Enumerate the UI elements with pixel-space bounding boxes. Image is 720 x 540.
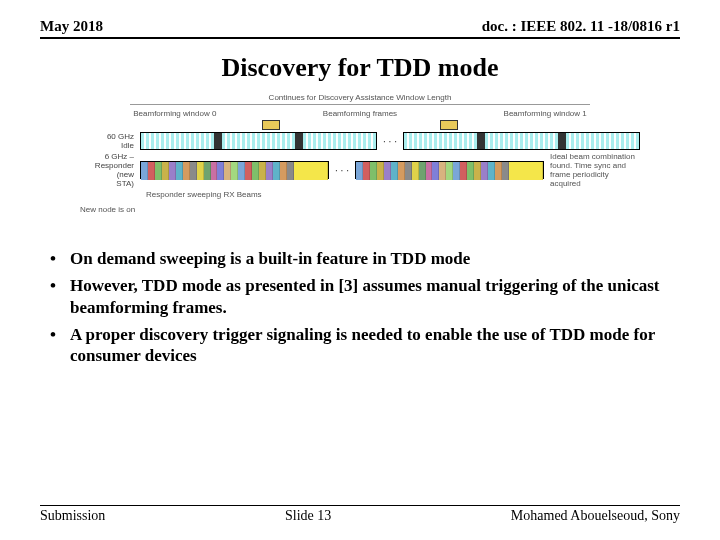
bullet-item: •A proper discovery trigger signaling is… xyxy=(50,324,670,367)
ideal-beam-note: Ideal beam combination found. Time sync … xyxy=(550,152,640,188)
color-segment xyxy=(141,162,148,180)
win0-label: Beamforming window 0 xyxy=(133,109,216,118)
color-segment xyxy=(426,162,433,180)
color-segment xyxy=(273,162,280,180)
color-segment xyxy=(204,162,211,180)
header-rule xyxy=(40,37,680,39)
color-segment xyxy=(412,162,419,180)
slide-header: May 2018 doc. : IEEE 802. 11 -18/0816 r1 xyxy=(40,18,680,37)
footer-left: Submission xyxy=(40,508,105,524)
bf-frame-box xyxy=(440,120,458,130)
color-segment-tail xyxy=(294,162,328,180)
diagram-top-span-label: Continues for Discovery Assistance Windo… xyxy=(80,93,640,102)
bullet-text: A proper discovery trigger signaling is … xyxy=(70,324,670,367)
color-segment xyxy=(245,162,252,180)
win1-label: Beamforming window 1 xyxy=(504,109,587,118)
bullet-item: •However, TDD mode as presented in [3] a… xyxy=(50,275,670,318)
color-segment xyxy=(391,162,398,180)
channel-60ghz: 60 GHz Idle · · · xyxy=(80,132,640,150)
color-segment xyxy=(481,162,488,180)
color-segment xyxy=(148,162,155,180)
color-segment xyxy=(377,162,384,180)
color-segment xyxy=(363,162,370,180)
bar-60ghz-a xyxy=(140,132,377,150)
channel-60ghz-label: 60 GHz Idle xyxy=(80,132,140,150)
bf-frame-box xyxy=(262,120,280,130)
footer-center: Slide 13 xyxy=(285,508,331,524)
color-segment xyxy=(453,162,460,180)
color-segment xyxy=(405,162,412,180)
color-segment xyxy=(224,162,231,180)
color-segment xyxy=(474,162,481,180)
color-segment xyxy=(266,162,273,180)
diagram-top-span-line xyxy=(130,104,590,105)
ellipsis: · · · xyxy=(377,136,403,147)
header-date: May 2018 xyxy=(40,18,103,35)
bf-frames-label: Beamforming frames xyxy=(323,109,397,118)
color-segment xyxy=(211,162,218,180)
color-segment xyxy=(252,162,259,180)
bullet-list: •On demand sweeping is a built-in featur… xyxy=(50,248,670,366)
slide-title: Discovery for TDD mode xyxy=(40,53,680,83)
color-segment xyxy=(190,162,197,180)
color-segment xyxy=(259,162,266,180)
color-segment xyxy=(398,162,405,180)
ellipsis: · · · xyxy=(329,165,355,176)
color-segment xyxy=(502,162,509,180)
bar-6ghz-a xyxy=(140,161,329,179)
bf-frames-row xyxy=(80,120,640,130)
color-segment xyxy=(384,162,391,180)
diagram-window-labels: Beamforming window 0 Beamforming frames … xyxy=(80,109,640,118)
color-segment xyxy=(467,162,474,180)
color-segment xyxy=(183,162,190,180)
color-segment xyxy=(370,162,377,180)
bullet-text: However, TDD mode as presented in [3] as… xyxy=(70,275,670,318)
bar-6ghz-b xyxy=(355,161,544,179)
footer-right: Mohamed Abouelseoud, Sony xyxy=(511,508,680,524)
timing-diagram: Continues for Discovery Assistance Windo… xyxy=(80,93,640,214)
color-segment xyxy=(238,162,245,180)
color-segment xyxy=(169,162,176,180)
color-segment xyxy=(280,162,287,180)
header-docnum: doc. : IEEE 802. 11 -18/0816 r1 xyxy=(482,18,680,35)
slide-footer: Submission Slide 13 Mohamed Abouelseoud,… xyxy=(40,505,680,525)
color-segment xyxy=(287,162,294,180)
bar-60ghz-b xyxy=(403,132,640,150)
color-segment xyxy=(460,162,467,180)
color-segment xyxy=(197,162,204,180)
color-segment xyxy=(217,162,224,180)
footer-rule xyxy=(40,505,680,507)
channel-6ghz: 6 GHz – Responder (new STA) · · · Ideal … xyxy=(80,152,640,188)
color-segment xyxy=(488,162,495,180)
color-segment xyxy=(356,162,363,180)
color-segment xyxy=(432,162,439,180)
color-segment xyxy=(155,162,162,180)
rx-sweep-label: Responder sweeping RX Beams xyxy=(146,190,262,199)
rx-sweep-row: Responder sweeping RX Beams xyxy=(80,190,640,199)
channel-6ghz-label: 6 GHz – Responder (new STA) xyxy=(80,152,140,188)
color-segment xyxy=(495,162,502,180)
color-segment xyxy=(176,162,183,180)
color-segment xyxy=(419,162,426,180)
bullet-item: •On demand sweeping is a built-in featur… xyxy=(50,248,670,269)
color-segment xyxy=(162,162,169,180)
bullet-text: On demand sweeping is a built-in feature… xyxy=(70,248,470,269)
new-node-label: New node is on xyxy=(80,205,640,214)
color-segment xyxy=(231,162,238,180)
color-segment-tail xyxy=(509,162,543,180)
color-segment xyxy=(446,162,453,180)
color-segment xyxy=(439,162,446,180)
